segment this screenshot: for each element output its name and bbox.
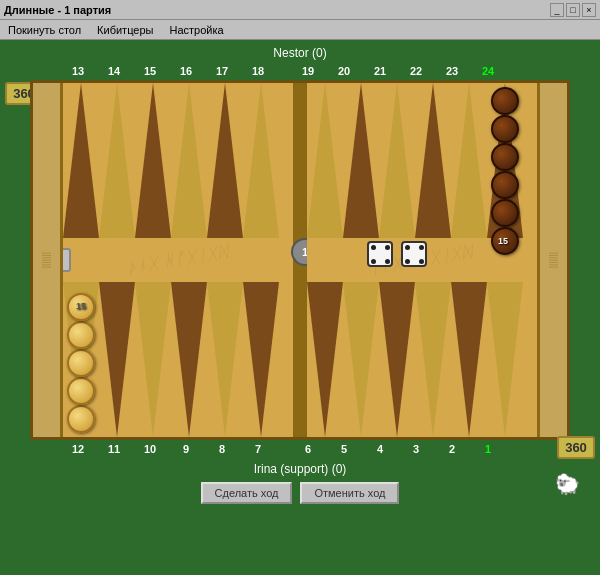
- bottom-num-3: 3: [398, 443, 434, 455]
- title-bar-text: Длинные - 1 партия: [4, 4, 111, 16]
- top-num-17: 17: [204, 65, 240, 77]
- checker-dark-24-3[interactable]: [491, 143, 519, 171]
- point-6-triangle: [307, 282, 343, 437]
- menu-bar: Покинуть стол Кибитцеры Настройка: [0, 20, 600, 40]
- left-rail-text: |||||||: [42, 252, 52, 268]
- bottom-num-2: 2: [434, 443, 470, 455]
- top-player-label: Nestor (0): [8, 46, 592, 60]
- point-21-triangle: [379, 83, 415, 238]
- bottom-number-row: 12 11 10 9 8 7 6 5 4 3 2 1: [30, 440, 570, 458]
- bottom-num-4: 4: [362, 443, 398, 455]
- bottom-num-5: 5: [326, 443, 362, 455]
- point-14-triangle: [99, 83, 135, 238]
- bottom-score-area: 360: [568, 436, 584, 446]
- top-num-15: 15: [132, 65, 168, 77]
- point-17-triangle: [207, 83, 243, 238]
- bottom-num-11: 11: [96, 443, 132, 455]
- point-9-triangle: [171, 282, 207, 437]
- bottom-num-12: 12: [60, 443, 96, 455]
- minimize-button[interactable]: _: [550, 3, 564, 17]
- checker-light-12-5[interactable]: 15: [67, 293, 95, 321]
- point-2-triangle: [451, 282, 487, 437]
- maximize-button[interactable]: □: [566, 3, 580, 17]
- die-1[interactable]: [367, 241, 393, 267]
- bottom-num-8: 8: [204, 443, 240, 455]
- checker-dark-24-4[interactable]: [491, 171, 519, 199]
- top-num-18: 18: [240, 65, 276, 77]
- menu-kibitzers[interactable]: Кибитцеры: [93, 24, 157, 36]
- checker-dark-24-1[interactable]: [491, 87, 519, 115]
- cancel-move-button[interactable]: Отменить ход: [300, 482, 399, 504]
- point-15-triangle: [135, 83, 171, 238]
- point-23-triangle: [451, 83, 487, 238]
- point-18-triangle: [243, 83, 279, 238]
- bottom-player-label: Irina (support) (0): [254, 462, 347, 476]
- checker-dark-24-6[interactable]: 15: [491, 227, 519, 255]
- die-1-dots: [370, 244, 390, 264]
- point-19-triangle: [307, 83, 343, 238]
- bottom-num-9: 9: [168, 443, 204, 455]
- cube[interactable]: 1: [63, 248, 71, 272]
- top-num-23: 23: [434, 65, 470, 77]
- title-bar: Длинные - 1 партия _ □ ×: [0, 0, 600, 20]
- title-bar-buttons: _ □ ×: [550, 3, 596, 17]
- board-container: 13 14 15 16 17 18 19 20 21 22 23 24 ||||…: [30, 62, 570, 458]
- checker-light-12-4[interactable]: [67, 321, 95, 349]
- right-board-half[interactable]: ᚠᚩᚷ ᚻᚩᚷᛁᚷᛞ 15: [307, 83, 537, 437]
- point-20-triangle: [343, 83, 379, 238]
- point-16-triangle: [171, 83, 207, 238]
- checker-light-12-1[interactable]: [67, 405, 95, 433]
- point-13-triangle: [63, 83, 99, 238]
- right-rail: |||||||: [537, 83, 567, 437]
- top-num-14: 14: [96, 65, 132, 77]
- bottom-score-badge: 360: [557, 436, 595, 459]
- make-move-button[interactable]: Сделать ход: [201, 482, 293, 504]
- checker-dark-24-2[interactable]: [491, 115, 519, 143]
- point-10-triangle: [135, 282, 171, 437]
- bar[interactable]: 1: [293, 83, 307, 437]
- checker-count-15-left: 15: [76, 301, 86, 311]
- left-rail: |||||||: [33, 83, 63, 437]
- checker-light-12-2[interactable]: [67, 377, 95, 405]
- top-number-row: 13 14 15 16 17 18 19 20 21 22 23 24: [30, 62, 570, 80]
- backgammon-board[interactable]: |||||||: [30, 80, 570, 440]
- point-1-triangle: [487, 282, 523, 437]
- point-5-triangle: [343, 282, 379, 437]
- top-num-13: 13: [60, 65, 96, 77]
- point-3-triangle: [415, 282, 451, 437]
- menu-settings[interactable]: Настройка: [165, 24, 227, 36]
- menu-leave-table[interactable]: Покинуть стол: [4, 24, 85, 36]
- close-button[interactable]: ×: [582, 3, 596, 17]
- bottom-num-1: 1: [470, 443, 506, 455]
- checker-count-15-right: 15: [498, 236, 508, 246]
- right-rail-text: |||||||: [549, 252, 559, 268]
- point-4-triangle: [379, 282, 415, 437]
- mascot: 🐑: [555, 472, 580, 496]
- top-num-19: 19: [290, 65, 326, 77]
- point-22-triangle: [415, 83, 451, 238]
- point-11-triangle: [99, 282, 135, 437]
- top-num-20: 20: [326, 65, 362, 77]
- point-7-triangle: [243, 282, 279, 437]
- die-2[interactable]: [401, 241, 427, 267]
- point-8-triangle: [207, 282, 243, 437]
- bottom-area: Irina (support) (0) Сделать ход Отменить…: [8, 462, 592, 504]
- top-num-21: 21: [362, 65, 398, 77]
- checker-light-12-3[interactable]: [67, 349, 95, 377]
- checker-dark-24-5[interactable]: [491, 199, 519, 227]
- die-2-dots: [404, 244, 424, 264]
- left-board-half[interactable]: ᚦᚾᚷ ᚻᚩᚷᛁᚷᛞ 15 1: [63, 83, 293, 437]
- top-num-16: 16: [168, 65, 204, 77]
- top-num-24: 24: [470, 65, 506, 77]
- top-num-22: 22: [398, 65, 434, 77]
- game-area: Nestor (0) 360 13 14 15 16 17 18 19 20 2…: [0, 40, 600, 506]
- bottom-num-7: 7: [240, 443, 276, 455]
- action-buttons: Сделать ход Отменить ход: [201, 482, 400, 504]
- bottom-num-6: 6: [290, 443, 326, 455]
- bottom-num-10: 10: [132, 443, 168, 455]
